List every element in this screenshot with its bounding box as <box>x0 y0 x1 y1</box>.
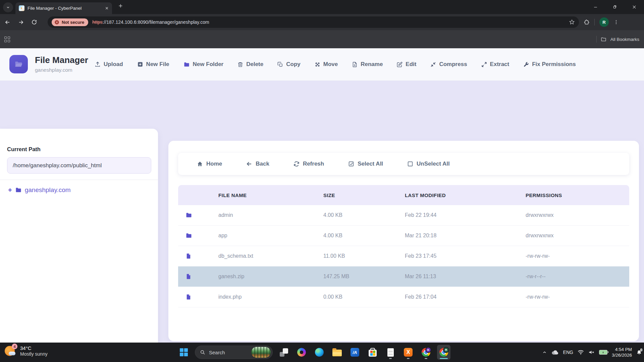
browser-menu-button[interactable] <box>613 19 619 25</box>
toolbar-right: R <box>584 17 619 27</box>
arrow-right-icon <box>18 19 24 25</box>
plus-square-icon <box>137 61 143 67</box>
reload-icon <box>31 19 37 25</box>
home-button[interactable]: Home <box>197 161 222 167</box>
header-size: SIZE <box>323 192 405 198</box>
file-name[interactable]: app <box>218 233 323 239</box>
not-secure-chip[interactable]: Not secure <box>52 18 88 26</box>
wifi-button[interactable] <box>578 350 584 355</box>
minimize-button[interactable] <box>586 0 605 14</box>
start-button[interactable] <box>177 345 191 360</box>
back-button[interactable] <box>1 16 13 28</box>
unselect-all-button[interactable]: UnSelect All <box>407 161 450 167</box>
current-path-input[interactable] <box>7 157 151 174</box>
folder-icon <box>183 61 190 68</box>
windows-start-icon <box>180 348 188 357</box>
battery-charging-icon[interactable] <box>599 350 607 355</box>
new-file-button[interactable]: New File <box>137 61 169 68</box>
table-row[interactable]: index.php 0.00 KB Feb 26 17:04 -rw-rw-rw… <box>178 287 629 307</box>
table-row[interactable]: db_schema.txt 11.00 KB Feb 23 17:45 -rw-… <box>178 246 629 266</box>
upload-label: Upload <box>104 61 123 68</box>
notepad-icon <box>387 348 394 357</box>
unselect-all-label: UnSelect All <box>417 161 450 167</box>
copilot-button[interactable] <box>295 345 308 360</box>
extract-icon <box>481 62 487 67</box>
ms-store-button[interactable] <box>366 345 379 360</box>
rename-button[interactable]: Rename <box>352 61 383 68</box>
close-icon <box>632 5 637 9</box>
fix-permissions-label: Fix Permissions <box>532 61 576 68</box>
edge-button[interactable] <box>313 345 326 360</box>
back-action-button[interactable]: Back <box>246 161 269 167</box>
chrome-profile-k-button[interactable]: K <box>419 345 433 360</box>
weather-sun-icon: 4 <box>5 345 17 357</box>
tab-close-icon[interactable] <box>105 6 109 10</box>
file-modified: Feb 22 19:44 <box>405 212 526 218</box>
edit-button[interactable]: Edit <box>397 61 416 68</box>
weather-widget[interactable]: 4 34°C Mostly sunny <box>5 345 48 357</box>
language-indicator[interactable]: ENG <box>563 350 573 355</box>
fix-permissions-button[interactable]: Fix Permissions <box>523 61 576 68</box>
extensions-button[interactable] <box>584 19 590 25</box>
reload-button[interactable] <box>28 16 40 28</box>
delete-button[interactable]: Delete <box>237 61 263 68</box>
compress-button[interactable]: Compress <box>430 61 467 68</box>
select-all-button[interactable]: Select All <box>348 161 383 167</box>
new-tab-button[interactable] <box>118 3 123 8</box>
forward-button[interactable] <box>15 16 27 28</box>
extract-button[interactable]: Extract <box>481 61 509 68</box>
onedrive-button[interactable] <box>551 350 559 355</box>
file-name[interactable]: admin <box>218 212 323 218</box>
not-secure-icon <box>54 20 59 25</box>
file-explorer-button[interactable] <box>330 345 344 360</box>
upload-button[interactable]: Upload <box>95 61 123 68</box>
file-name[interactable]: index.php <box>218 294 323 300</box>
back-label: Back <box>256 161 269 167</box>
cyberpanel-favicon <box>19 5 24 11</box>
task-view-button[interactable] <box>277 345 290 360</box>
move-button[interactable]: Move <box>315 61 338 68</box>
clock[interactable]: 4:54 PM 3/26/2026 <box>612 347 632 358</box>
apps-grid-icon[interactable] <box>4 37 10 42</box>
refresh-button[interactable]: Refresh <box>293 161 324 167</box>
bookmarks-folder-icon <box>601 37 606 42</box>
screen: File Manager - CyberPanel <box>0 0 644 362</box>
active-app-indicator <box>440 358 448 359</box>
search-highlight-image[interactable] <box>251 347 271 358</box>
browser-tab-bar: File Manager - CyberPanel <box>0 0 644 14</box>
new-folder-button[interactable]: New Folder <box>183 61 224 68</box>
file-permissions: -rw-r--r-- <box>526 274 629 280</box>
checkbox-empty-icon <box>407 161 413 167</box>
restore-button[interactable] <box>605 0 625 14</box>
file-size: 147.25 MB <box>323 274 405 280</box>
table-row[interactable]: app 4.00 KB Mar 21 20:18 drwxrwxrwx <box>178 226 629 246</box>
app-a-button[interactable]: /A <box>348 345 362 360</box>
xampp-button[interactable]: X <box>401 345 415 360</box>
chrome-icon: R <box>439 348 448 357</box>
notifications-button[interactable]: z <box>636 350 642 355</box>
close-button[interactable] <box>625 0 644 14</box>
browser-tab[interactable]: File Manager - CyberPanel <box>15 2 112 14</box>
file-name[interactable]: ganesh.zip <box>218 274 323 280</box>
expand-plus-icon[interactable]: + <box>8 187 12 193</box>
all-bookmarks[interactable]: All Bookmarks <box>596 36 639 43</box>
edit-pencil-icon <box>397 62 402 67</box>
running-indicator <box>425 358 427 359</box>
plus-icon <box>118 3 123 8</box>
browser-toolbar: Not secure https://187.124.100.6:8090/fi… <box>0 14 644 30</box>
tab-search-button[interactable] <box>3 2 13 12</box>
profile-avatar[interactable]: R <box>599 17 609 27</box>
copy-button[interactable]: Copy <box>277 61 301 68</box>
tree-item-ganeshplay[interactable]: + ganeshplay.com <box>8 186 71 194</box>
file-name[interactable]: db_schema.txt <box>218 253 323 259</box>
notepad-button[interactable] <box>384 345 397 360</box>
tray-chevron-button[interactable] <box>542 350 547 355</box>
volume-muted-button[interactable] <box>588 350 595 355</box>
taskbar-search[interactable]: Search <box>195 346 273 359</box>
bookmark-star-button[interactable] <box>569 19 575 25</box>
table-row[interactable]: admin 4.00 KB Feb 22 19:44 drwxrwxrwx <box>178 205 629 226</box>
table-row-selected[interactable]: ganesh.zip 147.25 MB Mar 26 11:13 -rw-r-… <box>178 266 629 287</box>
chrome-profile-r-button[interactable]: R <box>437 345 450 360</box>
tab-title: File Manager - CyberPanel <box>28 6 102 11</box>
omnibox[interactable]: Not secure https://187.124.100.6:8090/fi… <box>48 16 579 28</box>
